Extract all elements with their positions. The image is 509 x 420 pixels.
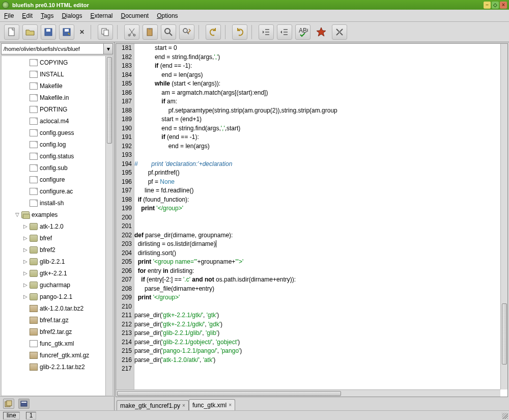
tree-item-label: gucharmap [40, 282, 70, 289]
editor-vscrollbar[interactable] [500, 44, 507, 389]
tab-label: func_gtk.xml [192, 402, 227, 409]
undo-button[interactable] [206, 24, 221, 40]
expander-icon[interactable]: ▷ [22, 259, 29, 264]
tree-item[interactable]: aclocal.m4 [2, 115, 105, 127]
maximize-button[interactable]: ◇ [492, 2, 499, 9]
unindent-button[interactable] [259, 24, 274, 40]
close-file-button[interactable]: ✕ [77, 29, 87, 36]
toolbar: ✕ ABC [0, 22, 509, 42]
minimize-button[interactable]: – [484, 2, 491, 9]
paste-button[interactable] [143, 24, 158, 40]
svg-point-11 [165, 29, 170, 34]
svg-point-8 [133, 34, 135, 36]
path-combo[interactable]: ▾ [1, 43, 113, 54]
tree-item[interactable]: ▷bfref2 [2, 244, 105, 256]
tree-item[interactable]: config.guess [2, 127, 105, 138]
tree-item[interactable]: glib-2.2.1.tar.bz2 [2, 361, 105, 373]
archive-icon [30, 352, 38, 359]
open-button[interactable] [22, 24, 38, 40]
tree-item[interactable]: atk-1.2.0.tar.bz2 [2, 302, 105, 314]
menu-options[interactable]: Options [157, 12, 178, 19]
tree-item[interactable]: config.log [2, 138, 105, 150]
find-button[interactable] [161, 24, 176, 40]
expander-icon[interactable]: ▷ [22, 282, 29, 288]
tree-item[interactable]: install-sh [2, 197, 105, 209]
tree-item[interactable]: config.sub [2, 162, 105, 174]
archive-icon [30, 363, 38, 371]
svg-rect-0 [9, 28, 14, 36]
document-tab[interactable]: make_gtk_funcref1.py× [117, 400, 189, 410]
tree-item[interactable]: configure [2, 174, 105, 185]
tree-item-label: Makefile [40, 82, 63, 90]
menu-tags[interactable]: Tags [41, 12, 53, 19]
resize-grip-icon[interactable] [502, 413, 508, 419]
files-tab-icon[interactable] [18, 399, 30, 409]
cut-button[interactable] [124, 24, 139, 40]
path-input[interactable] [1, 43, 104, 54]
copy-button[interactable] [98, 24, 113, 40]
tree-item[interactable]: ▽examples [2, 209, 105, 220]
code-editor[interactable]: 1811821831841851861871881891901911921931… [116, 43, 508, 397]
menu-file[interactable]: File [4, 12, 14, 19]
tree-item[interactable]: Makefile [2, 80, 105, 92]
tree-item[interactable]: PORTING [2, 103, 105, 115]
editor-hscrollbar[interactable] [116, 389, 500, 397]
file-icon [30, 200, 38, 207]
replace-button[interactable] [179, 24, 194, 40]
tree-item[interactable]: ▷pango-1.2.1 [2, 291, 105, 302]
tree-item[interactable]: funcref_gtk.xml.gz [2, 349, 105, 361]
tree-item-label: config.status [40, 153, 74, 160]
archive-icon [30, 328, 38, 335]
tree-item[interactable]: bfref.tar.gz [2, 314, 105, 326]
menu-edit[interactable]: Edit [22, 12, 33, 19]
expander-icon[interactable]: ▷ [22, 294, 29, 299]
save-as-button[interactable] [59, 24, 74, 40]
tree-item[interactable]: func_gtk.xml [2, 338, 105, 349]
bookmark-tab-icon[interactable] [3, 399, 14, 409]
path-dropdown-button[interactable]: ▾ [104, 43, 113, 54]
code-content[interactable]: start = 0 end = string.find(args,',') if… [134, 44, 500, 389]
menu-dialogs[interactable]: Dialogs [62, 12, 82, 19]
indent-button[interactable] [277, 24, 292, 40]
tab-close-icon[interactable]: × [182, 403, 185, 408]
tree-item[interactable]: bfref2.tar.gz [2, 326, 105, 338]
preferences-button[interactable] [332, 24, 347, 40]
tree-item[interactable]: config.status [2, 150, 105, 162]
new-button[interactable] [4, 24, 19, 40]
tree-item[interactable]: ▷gtk+-2.2.1 [2, 267, 105, 279]
titlebar[interactable]: bluefish pre0.10 HTML editor – ◇ × [0, 0, 509, 10]
expander-icon[interactable]: ▷ [22, 270, 29, 276]
expander-icon[interactable]: ▷ [22, 223, 29, 229]
file-icon [30, 71, 38, 78]
expander-icon[interactable]: ▷ [22, 235, 29, 241]
tree-item-label: bfref [40, 235, 52, 242]
expander-icon[interactable]: ▽ [14, 212, 20, 217]
tree-item-label: atk-1.2.0.tar.bz2 [40, 305, 83, 312]
tree-item[interactable]: ▷atk-1.2.0 [2, 220, 105, 232]
tree-item[interactable]: ▷gucharmap [2, 279, 105, 291]
file-tree[interactable]: COPYINGINSTALLMakefileMakefile.inPORTING… [1, 55, 113, 396]
tree-item[interactable]: configure.ac [2, 185, 105, 197]
bookmark-button[interactable] [314, 24, 329, 40]
folder-icon [30, 282, 38, 289]
tree-item[interactable]: INSTALL [2, 68, 105, 80]
tree-item[interactable]: COPYING [2, 57, 105, 68]
tree-item-label: bfref2 [40, 246, 55, 254]
tree-scrollbar[interactable] [105, 56, 112, 396]
tree-item[interactable]: ▷bfref [2, 232, 105, 244]
expander-icon[interactable]: ▷ [22, 247, 29, 253]
tab-label: make_gtk_funcref1.py [120, 402, 180, 409]
tab-close-icon[interactable]: × [229, 402, 232, 408]
save-button[interactable] [41, 24, 56, 40]
tree-item[interactable]: ▷glib-2.2.1 [2, 256, 105, 267]
tree-item-label: install-sh [40, 200, 64, 207]
tree-item[interactable]: Makefile.in [2, 92, 105, 103]
menu-external[interactable]: External [90, 12, 112, 19]
spellcheck-button[interactable]: ABC [295, 24, 310, 40]
close-button[interactable]: × [500, 2, 507, 9]
menu-document[interactable]: Document [121, 12, 149, 19]
tree-item-label: glib-2.2.1 [40, 258, 65, 265]
redo-button[interactable] [232, 24, 247, 40]
folder-icon [30, 258, 38, 265]
document-tab[interactable]: func_gtk.xml× [189, 399, 235, 410]
